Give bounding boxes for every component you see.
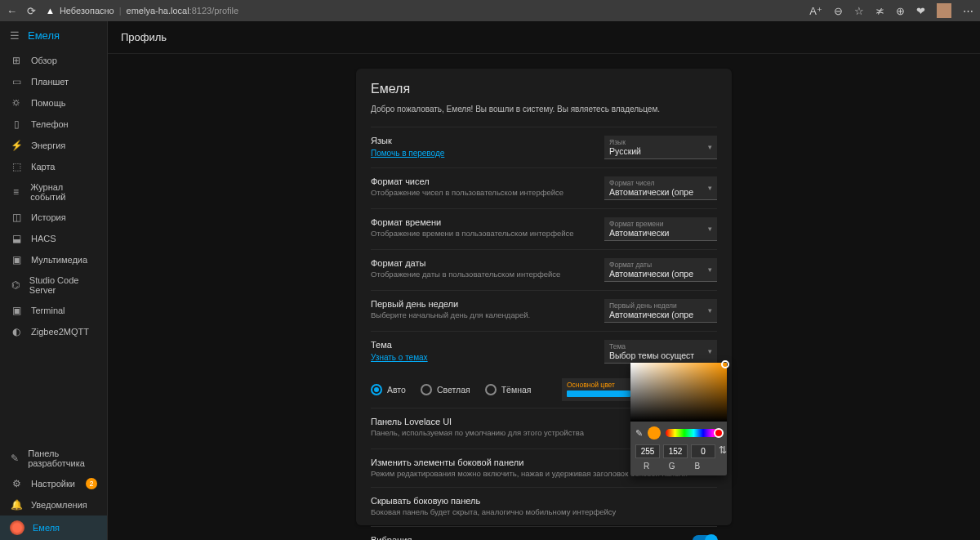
car-icon: ⛭ (10, 97, 23, 109)
sidebar-item-settings[interactable]: ⚙Настройки2 (0, 473, 107, 494)
read-aloud-icon[interactable]: A⁺ (809, 5, 822, 17)
row-vibration: Вибрация Получать тактильный отклик при … (371, 526, 717, 540)
sidebar-item-energy[interactable]: ⚡Энергия (0, 135, 107, 156)
sidebar-item-history[interactable]: ◫История (0, 207, 107, 228)
phone-icon: ▯ (10, 118, 23, 130)
chevron-down-icon: ▾ (708, 184, 712, 192)
refresh-icon[interactable]: ⟳ (27, 5, 36, 17)
row-time-format: Формат времени Отображение времени в пол… (371, 208, 717, 249)
sidebar-bottom: ✎Панель разработчика ⚙Настройки2 🔔Уведом… (0, 444, 107, 540)
insecure-icon: ▲ (46, 6, 55, 16)
color-g-input[interactable] (663, 444, 688, 458)
first-day-select[interactable]: Первый день недели Автоматически (опре ▾ (604, 299, 717, 323)
sidebar-list: ⊞Обзор ▭Планшет ⛭Помощь ▯Телефон ⚡Энерги… (0, 50, 107, 444)
sidebar-header[interactable]: ☰ Емеля (0, 21, 107, 50)
theme-mode-dark[interactable]: Тёмная (485, 384, 532, 395)
chevron-down-icon: ▾ (708, 306, 712, 315)
row-date-format: Формат даты Отображение даты в пользоват… (371, 249, 717, 290)
row-hide-sidebar: Скрывать боковую панель Боковая панель б… (371, 487, 717, 525)
user-avatar-icon (10, 520, 24, 535)
wrench-icon: ✎ (10, 453, 20, 464)
welcome-text: Добро пожаловать, Емеля! Вы вошли в сист… (371, 105, 717, 114)
browser-toolbar: ← ⟳ ▲ Небезопасно | emelya-ha.local:8123… (0, 0, 980, 21)
eyedropper-icon[interactable]: ✎ (635, 428, 643, 439)
date-format-select[interactable]: Формат даты Автоматически (опре ▾ (604, 258, 717, 282)
menu-icon[interactable]: ☰ (10, 29, 20, 42)
settings-badge: 2 (86, 478, 97, 489)
number-format-select[interactable]: Формат чисел Автоматически (опре ▾ (604, 176, 717, 200)
list-icon: ≡ (10, 186, 22, 198)
primary-color-swatch[interactable]: Основной цвет (562, 378, 635, 401)
language-select[interactable]: Язык Русский ▾ (604, 136, 717, 159)
hue-slider[interactable] (666, 429, 722, 437)
zigbee-icon: ◐ (10, 326, 23, 337)
chart-icon: ◫ (10, 212, 23, 223)
sidebar-item-hacs[interactable]: ⬓HACS (0, 228, 107, 249)
sidebar-item-terminal[interactable]: ▣Terminal (0, 300, 107, 321)
main: Профиль Емеля Добро пожаловать, Емеля! В… (108, 21, 980, 540)
sidebar-item-zigbee2mqtt[interactable]: ◐Zigbee2MQTT (0, 321, 107, 342)
sidebar-item-tablet[interactable]: ▭Планшет (0, 71, 107, 92)
sidebar-item-phone[interactable]: ▯Телефон (0, 114, 107, 135)
terminal-icon: ▣ (10, 305, 23, 316)
sidebar-item-media[interactable]: ▣Мультимедиа (0, 249, 107, 270)
color-saturation-area[interactable] (630, 363, 727, 422)
color-picker[interactable]: ✎ ⇅ R G B (630, 363, 727, 475)
favorite-icon[interactable]: ☆ (854, 5, 864, 17)
more-icon[interactable]: ⋯ (963, 5, 973, 17)
chevron-down-icon: ▾ (708, 266, 712, 274)
sidebar-title: Емеля (28, 29, 60, 42)
dashboard-icon: ⊞ (10, 55, 23, 66)
theme-mode-light[interactable]: Светлая (421, 384, 470, 395)
chevron-down-icon: ▾ (708, 347, 712, 355)
url: emelya-ha.local:8123/profile (127, 6, 239, 16)
map-icon: ⬚ (10, 161, 23, 172)
sidebar-item-logbook[interactable]: ≡Журнал событий (0, 177, 107, 207)
hue-handle[interactable] (714, 428, 724, 438)
row-number-format: Формат чисел Отображение чисел в пользов… (371, 167, 717, 208)
color-handle[interactable] (721, 360, 729, 368)
current-color-swatch (648, 426, 661, 440)
help-translate-link[interactable]: Помочь в переводе (371, 149, 444, 158)
sidebar-item-help[interactable]: ⛭Помощь (0, 92, 107, 114)
sidebar-item-devtools[interactable]: ✎Панель разработчика (0, 444, 107, 473)
color-r-input[interactable] (635, 444, 660, 458)
theme-learn-link[interactable]: Узнать о темах (371, 353, 428, 362)
extensions-icon[interactable]: ❤ (916, 5, 925, 17)
vscode-icon: ⌬ (10, 279, 21, 291)
page-header: Профиль (108, 21, 980, 54)
color-b-input[interactable] (691, 444, 715, 458)
sidebar-item-profile[interactable]: Емеля (0, 515, 107, 540)
color-mode-switch[interactable]: ⇅ (719, 444, 727, 458)
theme-mode-auto[interactable]: Авто (371, 384, 406, 395)
back-icon[interactable]: ← (7, 5, 17, 17)
zoom-icon[interactable]: ⊖ (834, 5, 843, 17)
browser-actions: A⁺ ⊖ ☆ ≭ ⊕ ❤ ⋯ (809, 3, 973, 18)
collections-icon[interactable]: ⊕ (896, 5, 905, 17)
vibration-toggle[interactable] (693, 535, 717, 540)
chevron-down-icon: ▾ (708, 143, 712, 151)
bell-icon: 🔔 (10, 499, 23, 511)
row-language: Язык Помочь в переводе Язык Русский ▾ (371, 127, 717, 167)
sidebar-item-vscode[interactable]: ⌬Studio Code Server (0, 270, 107, 300)
time-format-select[interactable]: Формат времени Автоматически ▾ (604, 217, 717, 241)
chevron-down-icon: ▾ (708, 225, 712, 233)
row-first-day: Первый день недели Выберите начальный де… (371, 290, 717, 331)
insecure-label: Небезопасно (60, 6, 114, 16)
profile-title: Емеля (371, 82, 717, 96)
tablet-icon: ▭ (10, 76, 23, 87)
sidebar-item-map[interactable]: ⬚Карта (0, 156, 107, 177)
favorites-bar-icon[interactable]: ≭ (875, 5, 884, 17)
hacs-icon: ⬓ (10, 233, 23, 244)
sidebar-item-notifications[interactable]: 🔔Уведомления (0, 494, 107, 515)
theme-select[interactable]: Тема Выбор темы осущест ▾ (604, 340, 717, 364)
browser-profile-avatar[interactable] (937, 3, 951, 18)
address-bar[interactable]: ▲ Небезопасно | emelya-ha.local:8123/pro… (46, 6, 238, 16)
gear-icon: ⚙ (10, 478, 23, 489)
profile-card: Емеля Добро пожаловать, Емеля! Вы вошли … (356, 69, 732, 525)
sidebar-item-overview[interactable]: ⊞Обзор (0, 50, 107, 71)
media-icon: ▣ (10, 254, 23, 266)
content: Емеля Добро пожаловать, Емеля! Вы вошли … (108, 54, 980, 540)
sidebar: ☰ Емеля ⊞Обзор ▭Планшет ⛭Помощь ▯Телефон… (0, 21, 108, 540)
bolt-icon: ⚡ (10, 140, 23, 151)
